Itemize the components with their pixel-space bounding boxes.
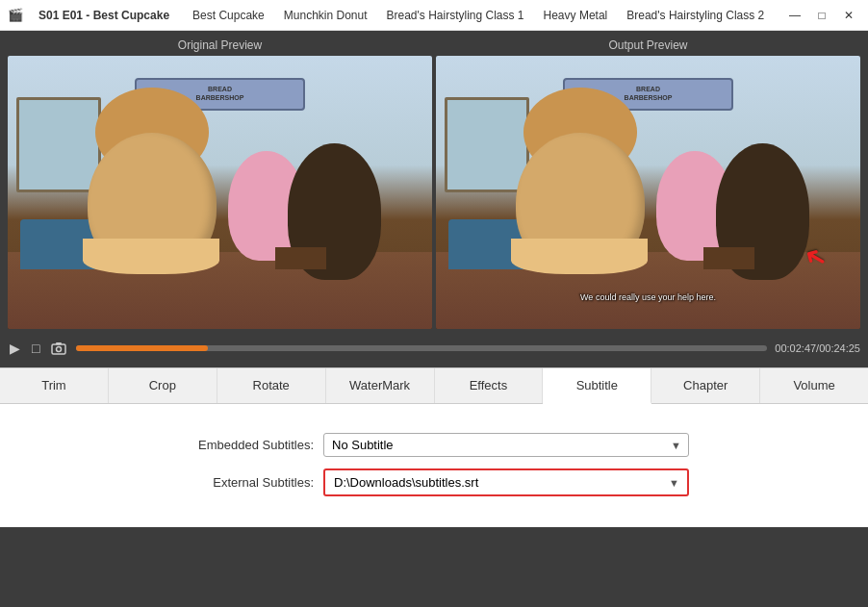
- output-preview-video: BREAD BARBERSHOP We could really use you…: [436, 56, 860, 329]
- time-display: 00:02:47/00:24:25: [775, 342, 860, 354]
- svg-rect-2: [56, 342, 62, 345]
- titlebar-tab-breads-hairstyling-1[interactable]: Bread's Hairstyling Class 1: [379, 5, 532, 26]
- transport-bar: ▶ □ 00:02:47/00:24:25: [0, 329, 868, 367]
- tab-effects[interactable]: Effects: [435, 368, 544, 403]
- external-subtitles-label: External Subtitles:: [179, 475, 314, 490]
- progress-track[interactable]: [76, 345, 767, 351]
- subtitle-overlay: We could really use your help here.: [580, 292, 716, 302]
- titlebar-tabs: Best Cupcake Munchkin Donut Bread's Hair…: [185, 5, 772, 26]
- original-preview-label: Original Preview: [8, 38, 432, 52]
- tab-rotate[interactable]: Rotate: [217, 368, 326, 403]
- window-controls: — □ ✕: [783, 4, 860, 27]
- screenshot-button[interactable]: [49, 339, 68, 358]
- tab-trim[interactable]: Trim: [0, 368, 109, 403]
- output-preview-pane: Output Preview BREAD BARBERSHOP: [436, 38, 860, 329]
- tab-crop[interactable]: Crop: [109, 368, 217, 403]
- minimize-button[interactable]: —: [783, 4, 806, 27]
- titlebar-left: 🎬 S01 E01 - Best Cupcake Best Cupcake Mu…: [8, 5, 772, 26]
- app-container: Original Preview BREAD BARBERSHOP: [0, 31, 868, 607]
- stop-button[interactable]: □: [30, 339, 41, 358]
- embedded-subtitles-row: Embedded Subtitles: No Subtitle ▼: [19, 433, 849, 457]
- progress-fill: [76, 345, 207, 351]
- output-preview-label: Output Preview: [436, 38, 860, 52]
- titlebar-tab-munchkin-donut[interactable]: Munchkin Donut: [276, 5, 375, 26]
- external-subtitles-select[interactable]: D:\Downloads\subtitles.srt: [326, 471, 686, 493]
- titlebar-window-title: S01 E01 - Best Cupcake: [31, 5, 177, 26]
- titlebar: 🎬 S01 E01 - Best Cupcake Best Cupcake Mu…: [0, 0, 868, 31]
- play-button[interactable]: ▶: [8, 339, 22, 358]
- external-subtitles-select-wrap: D:\Downloads\subtitles.srt ▼: [323, 468, 689, 496]
- maximize-button[interactable]: □: [810, 4, 833, 27]
- tabs-row: Trim Crop Rotate WaterMark Effects Subti…: [0, 368, 868, 404]
- embedded-subtitles-label: Embedded Subtitles:: [179, 438, 314, 452]
- titlebar-tab-heavy-metal[interactable]: Heavy Metal: [536, 5, 616, 26]
- svg-point-1: [57, 347, 62, 352]
- tabs-panel: Trim Crop Rotate WaterMark Effects Subti…: [0, 367, 868, 527]
- titlebar-tab-best-cupcake[interactable]: Best Cupcake: [185, 5, 272, 26]
- camera-icon: [51, 341, 66, 356]
- svg-rect-0: [52, 344, 65, 354]
- embedded-subtitles-select-wrap: No Subtitle ▼: [323, 433, 689, 457]
- titlebar-tab-breads-hairstyling-2[interactable]: Bread's Hairstyling Class 2: [619, 5, 772, 26]
- embedded-subtitles-select[interactable]: No Subtitle: [323, 433, 689, 457]
- original-preview-pane: Original Preview BREAD BARBERSHOP: [8, 38, 432, 329]
- tab-chapter[interactable]: Chapter: [651, 368, 760, 403]
- external-subtitles-row: External Subtitles: D:\Downloads\subtitl…: [19, 468, 849, 496]
- app-icon: 🎬: [8, 8, 23, 23]
- close-button[interactable]: ✕: [837, 4, 860, 27]
- sign-text-1: BREAD: [208, 86, 232, 93]
- preview-area: Original Preview BREAD BARBERSHOP: [0, 31, 868, 329]
- original-preview-video: BREAD BARBERSHOP: [8, 56, 432, 329]
- tab-watermark[interactable]: WaterMark: [326, 368, 435, 403]
- tab-subtitle[interactable]: Subtitle: [543, 368, 651, 404]
- tab-volume[interactable]: Volume: [760, 368, 868, 403]
- subtitle-content-panel: Embedded Subtitles: No Subtitle ▼ Extern…: [0, 404, 868, 527]
